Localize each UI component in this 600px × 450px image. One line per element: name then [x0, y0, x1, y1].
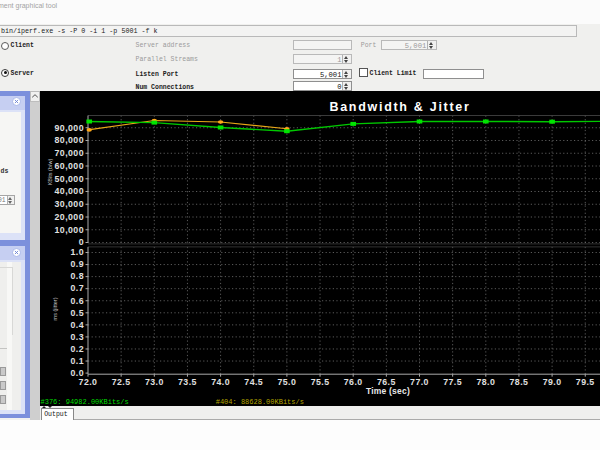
- svg-text:0.6: 0.6: [71, 295, 85, 305]
- svg-text:72.0: 72.0: [79, 376, 98, 386]
- svg-text:0.2: 0.2: [71, 343, 85, 353]
- svg-text:0.9: 0.9: [71, 259, 85, 269]
- svg-text:76.0: 76.0: [344, 376, 363, 386]
- svg-text:Time (sec): Time (sec): [366, 385, 410, 395]
- svg-text:#376: 94982.00KBits/s: #376: 94982.00KBits/s: [41, 398, 129, 406]
- svg-text:KBits (b/w): KBits (b/w): [47, 158, 53, 185]
- svg-text:78.5: 78.5: [510, 376, 529, 386]
- svg-text:79.5: 79.5: [576, 376, 595, 386]
- svg-text:0: 0: [79, 237, 84, 247]
- svg-text:10,000: 10,000: [55, 224, 84, 234]
- svg-text:0.8: 0.8: [71, 271, 85, 281]
- svg-text:75.0: 75.0: [278, 376, 297, 386]
- svg-text:90,000: 90,000: [55, 122, 84, 132]
- svg-text:72.5: 72.5: [112, 376, 131, 386]
- svg-text:Bandwidth & Jitter: Bandwidth & Jitter: [330, 99, 471, 113]
- svg-text:0.1: 0.1: [71, 355, 85, 365]
- svg-text:70,000: 70,000: [55, 148, 84, 158]
- svg-text:74.0: 74.0: [211, 376, 230, 386]
- svg-text:0.4: 0.4: [71, 319, 85, 329]
- svg-text:40,000: 40,000: [55, 186, 84, 196]
- svg-text:73.0: 73.0: [145, 376, 164, 386]
- svg-text:50,000: 50,000: [55, 173, 84, 183]
- svg-text:ms (jitter): ms (jitter): [52, 297, 58, 320]
- svg-text:1.0: 1.0: [71, 247, 85, 257]
- svg-text:#404: 88628.00KBits/s: #404: 88628.00KBits/s: [216, 398, 304, 406]
- svg-text:0.5: 0.5: [71, 307, 85, 317]
- svg-text:77.0: 77.0: [410, 376, 429, 386]
- svg-text:77.5: 77.5: [444, 376, 463, 386]
- svg-text:80,000: 80,000: [55, 135, 84, 145]
- svg-text:0.7: 0.7: [71, 283, 85, 293]
- svg-text:74.5: 74.5: [245, 376, 264, 386]
- svg-text:78.0: 78.0: [477, 376, 496, 386]
- svg-text:75.5: 75.5: [311, 376, 330, 386]
- svg-text:60,000: 60,000: [55, 160, 84, 170]
- svg-text:30,000: 30,000: [55, 199, 84, 209]
- svg-text:73.5: 73.5: [178, 376, 197, 386]
- svg-text:20,000: 20,000: [55, 211, 84, 221]
- svg-text:0.3: 0.3: [71, 331, 85, 341]
- svg-text:79.0: 79.0: [543, 376, 562, 386]
